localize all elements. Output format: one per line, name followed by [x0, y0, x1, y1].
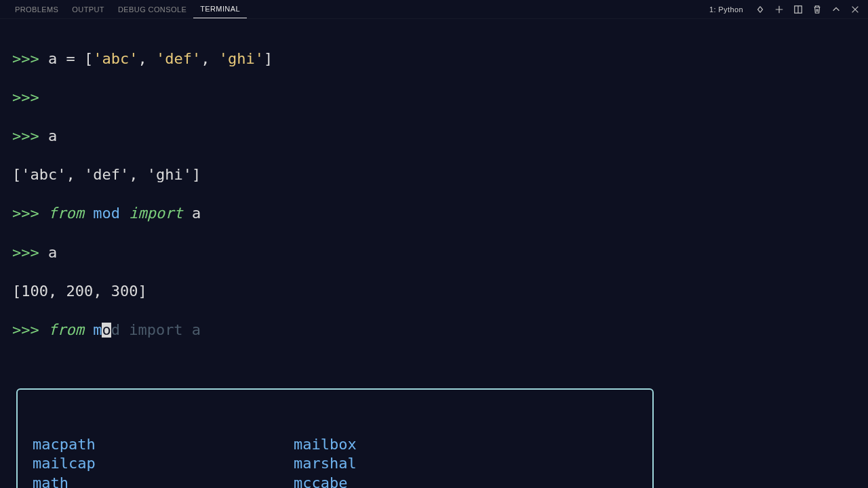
tab-problems[interactable]: PROBLEMS: [8, 0, 65, 18]
completion-item[interactable]: macpath: [33, 435, 294, 455]
tab-terminal[interactable]: TERMINAL: [193, 0, 247, 18]
completion-column: mailbox marshal mccabe mmap modulefinder…: [294, 435, 527, 488]
completion-item[interactable]: marshal: [294, 454, 527, 474]
switch-terminal-icon[interactable]: [755, 5, 765, 14]
terminal-line: >>> from mod import a: [12, 321, 856, 340]
terminal-line: >>> a: [12, 243, 856, 263]
panel-tab-bar: PROBLEMS OUTPUT DEBUG CONSOLE TERMINAL 1…: [0, 0, 868, 19]
terminal-line: >>> from mod import a: [12, 204, 856, 224]
completion-popup: macpath mailcap math mimetypes mod multi…: [16, 388, 654, 488]
terminal-line: [100, 200, 300]: [12, 282, 856, 302]
tab-output[interactable]: OUTPUT: [65, 0, 111, 18]
completion-item[interactable]: mccabe: [294, 474, 527, 488]
prompt: >>>: [12, 244, 48, 261]
terminal-line: >>> a: [12, 127, 856, 146]
split-terminal-icon[interactable]: [793, 5, 803, 14]
ghost-suggestion: d import a: [111, 321, 201, 338]
terminal-line: ['abc', 'def', 'ghi']: [12, 165, 856, 185]
new-terminal-icon[interactable]: [774, 5, 784, 14]
prompt: >>>: [12, 205, 48, 222]
tab-debug-console[interactable]: DEBUG CONSOLE: [111, 0, 193, 18]
terminal-output[interactable]: >>> a = ['abc', 'def', 'ghi'] >>> >>> a …: [0, 19, 868, 488]
terminal-line: >>>: [12, 88, 856, 108]
terminal-process-selector[interactable]: 1: Python: [709, 5, 746, 14]
prompt: >>>: [12, 89, 39, 106]
completion-item[interactable]: math: [33, 474, 294, 488]
close-panel-icon[interactable]: [850, 5, 860, 14]
terminal-line: >>> a = ['abc', 'def', 'ghi']: [12, 49, 856, 69]
completion-item[interactable]: mailcap: [33, 454, 294, 474]
kill-terminal-icon[interactable]: [812, 5, 822, 14]
terminal-cursor: o: [102, 323, 111, 338]
prompt: >>>: [12, 50, 48, 67]
prompt: >>>: [12, 321, 48, 338]
prompt: >>>: [12, 127, 48, 144]
maximize-panel-icon[interactable]: [831, 5, 841, 14]
completion-column: macpath mailcap math mimetypes mod multi…: [33, 435, 294, 488]
completion-item[interactable]: mailbox: [294, 435, 527, 455]
